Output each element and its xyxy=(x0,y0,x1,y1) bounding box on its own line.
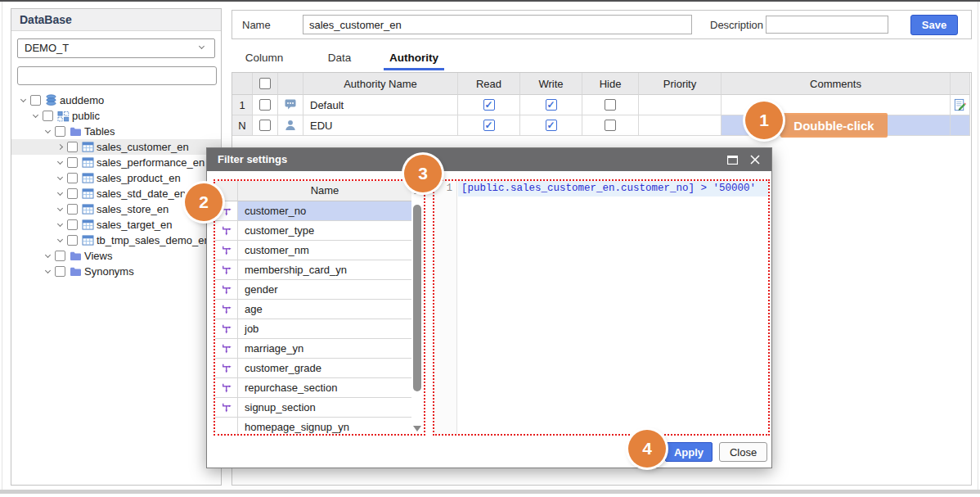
sidebar-search-input[interactable] xyxy=(17,66,217,85)
tree-item-label: auddemo xyxy=(60,94,104,106)
write-cell: ✓ xyxy=(520,115,582,136)
column-name[interactable]: job xyxy=(238,319,411,338)
column-name[interactable]: marriage_yn xyxy=(238,339,411,358)
tree-checkbox[interactable] xyxy=(67,188,78,199)
read-checkbox[interactable]: ✓ xyxy=(483,120,495,131)
tab-column[interactable]: Column xyxy=(232,46,297,70)
chevron-icon[interactable] xyxy=(54,145,65,149)
column-name[interactable]: membership_card_yn xyxy=(238,260,411,279)
scrollbar-thumb[interactable] xyxy=(413,205,421,391)
list-item[interactable]: customer_no xyxy=(215,201,411,221)
chevron-icon[interactable] xyxy=(42,130,53,133)
read-checkbox[interactable]: ✓ xyxy=(483,99,495,111)
tree-item[interactable]: public xyxy=(11,108,221,124)
tree-checkbox[interactable] xyxy=(67,235,78,246)
write-checkbox[interactable]: ✓ xyxy=(546,120,557,131)
tab-authority[interactable]: Authority xyxy=(381,46,447,70)
header-write: Write xyxy=(520,73,582,95)
column-name[interactable]: customer_nm xyxy=(238,241,411,260)
tree-item[interactable]: auddemo xyxy=(11,93,221,108)
tree-checkbox[interactable] xyxy=(67,173,78,183)
tree-item[interactable]: sales_target_en xyxy=(11,217,221,233)
filter-expression[interactable]: [public.sales_customer_en.customer_no] >… xyxy=(461,181,756,197)
column-name[interactable]: repurchase_section xyxy=(238,378,411,397)
chevron-icon[interactable] xyxy=(42,270,53,273)
table-icon xyxy=(80,204,95,215)
hide-checkbox[interactable] xyxy=(605,120,616,131)
column-name[interactable]: age xyxy=(238,300,411,319)
chevron-icon[interactable] xyxy=(17,99,29,102)
tree-item[interactable]: sales_product_en xyxy=(11,170,221,186)
list-scrollbar[interactable] xyxy=(412,203,422,431)
list-item[interactable]: signup_section xyxy=(215,398,411,418)
column-name[interactable]: customer_type xyxy=(238,221,411,240)
tab-data[interactable]: Data xyxy=(307,46,372,70)
column-name[interactable]: gender xyxy=(238,280,411,299)
apply-button[interactable]: Apply xyxy=(665,442,713,462)
tree-checkbox[interactable] xyxy=(55,251,65,261)
comment-icon xyxy=(284,99,297,111)
tree-checkbox[interactable] xyxy=(67,157,78,168)
column-name[interactable]: customer_grade xyxy=(238,359,411,377)
row-checkbox[interactable] xyxy=(259,120,271,131)
tree-checkbox[interactable] xyxy=(55,266,65,277)
chevron-icon[interactable] xyxy=(42,255,53,257)
scroll-down-arrow[interactable] xyxy=(413,426,421,431)
authority-name-cell[interactable]: EDU xyxy=(303,115,458,136)
column-name[interactable]: homepage_signup_yn xyxy=(238,418,411,436)
list-item[interactable]: job xyxy=(215,319,411,339)
chevron-icon[interactable] xyxy=(54,208,65,210)
tree-checkbox[interactable] xyxy=(67,219,78,230)
authority-name-cell[interactable]: Default xyxy=(303,95,458,115)
column-name[interactable]: signup_section xyxy=(238,398,411,417)
save-button[interactable]: Save xyxy=(910,15,958,35)
chevron-icon[interactable] xyxy=(29,115,41,117)
tree-item-label: Views xyxy=(84,250,112,262)
list-item[interactable]: marriage_yn xyxy=(215,339,411,359)
chevron-icon[interactable] xyxy=(54,161,65,164)
list-item[interactable]: gender xyxy=(215,280,411,300)
tree-item[interactable]: Synonyms xyxy=(11,264,221,279)
list-item[interactable]: customer_nm xyxy=(215,241,411,260)
list-item[interactable]: repurchase_section xyxy=(215,378,411,398)
tree-checkbox[interactable] xyxy=(30,95,41,106)
row-checkbox[interactable] xyxy=(259,99,271,111)
list-item[interactable]: customer_type xyxy=(215,221,411,241)
tree-checkbox[interactable] xyxy=(67,142,78,152)
tree-checkbox[interactable] xyxy=(67,204,78,215)
maximize-icon[interactable] xyxy=(722,148,742,171)
priority-cell[interactable] xyxy=(639,95,722,115)
header-edit-cell xyxy=(951,73,970,95)
close-icon[interactable] xyxy=(745,148,765,171)
write-checkbox[interactable]: ✓ xyxy=(546,99,557,111)
edit-cell[interactable] xyxy=(951,115,970,136)
chevron-icon[interactable] xyxy=(54,192,65,195)
tree-checkbox[interactable] xyxy=(55,126,65,137)
list-item[interactable]: age xyxy=(215,300,411,319)
close-button[interactable]: Close xyxy=(719,442,767,462)
list-item[interactable]: membership_card_yn xyxy=(215,260,411,280)
list-item[interactable]: homepage_signup_yn xyxy=(215,418,411,436)
edit-comment-icon[interactable] xyxy=(953,98,967,112)
row-number: 1 xyxy=(232,95,253,115)
tree-item[interactable]: tb_tmp_sales_demo_en xyxy=(11,233,221,248)
tree-item[interactable]: Tables xyxy=(11,124,221,139)
tree-checkbox[interactable] xyxy=(43,111,53,121)
tree-item-label: sales_customer_en xyxy=(97,141,189,153)
chevron-icon[interactable] xyxy=(54,177,65,179)
database-select[interactable]: DEMO_T xyxy=(17,38,215,58)
description-input[interactable] xyxy=(766,16,888,34)
hide-checkbox[interactable] xyxy=(605,99,616,111)
filter-expression-editor[interactable]: 1 [public.sales_customer_en.customer_no]… xyxy=(433,179,770,436)
column-name[interactable]: customer_no xyxy=(238,201,411,220)
list-item[interactable]: customer_grade xyxy=(215,359,411,378)
select-all-checkbox[interactable] xyxy=(259,78,271,89)
tree-item[interactable]: sales_performance_en xyxy=(11,155,221,170)
chevron-icon[interactable] xyxy=(54,224,65,226)
description-label: Description xyxy=(710,19,763,31)
tree-item[interactable]: Views xyxy=(11,248,221,264)
chevron-icon[interactable] xyxy=(54,239,65,242)
tree-item[interactable]: sales_customer_en xyxy=(11,139,221,155)
priority-cell[interactable] xyxy=(639,115,722,136)
name-input[interactable] xyxy=(303,15,692,34)
